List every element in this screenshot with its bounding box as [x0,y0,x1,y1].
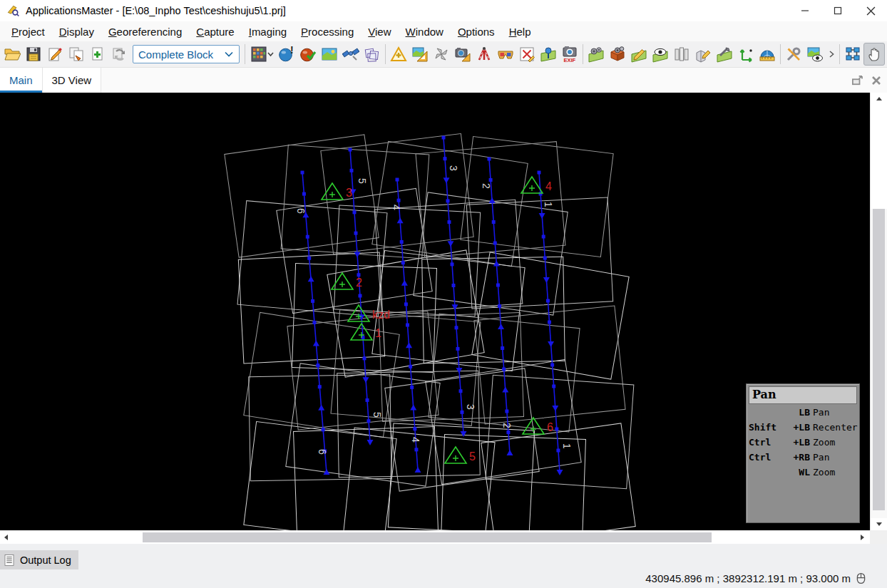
tools-map-button[interactable] [714,43,735,66]
control-point-4[interactable]: 4 [521,177,552,193]
building-pencil-button[interactable] [692,43,714,66]
menu-item-project[interactable]: Project [4,23,52,41]
gears-map-button[interactable] [585,43,607,66]
undock-view-icon[interactable] [851,76,863,86]
control-point-label: 6 [547,421,553,433]
move-axes-button[interactable] [735,43,757,66]
menu-item-view[interactable]: View [361,23,398,41]
refresh-documents-button[interactable] [108,43,130,66]
control-point-1[interactable]: 1 [351,324,381,340]
vertical-scrollbar[interactable] [870,93,887,530]
add-warning-icon [390,46,407,63]
block-grid-button[interactable] [247,43,276,66]
settings-tools-button[interactable] [783,43,804,66]
output-log-button[interactable]: Output Log [0,550,78,569]
gears-box-button[interactable] [607,43,628,66]
strip-label-top: 6 [295,208,307,214]
sphere-ok-button[interactable] [297,43,319,66]
save-project-icon [25,46,42,63]
pan-legend-modifier [749,407,777,418]
open-project-button[interactable] [1,43,23,66]
block-network-icon [844,46,861,63]
save-project-button[interactable] [23,43,44,66]
horizontal-scrollbar[interactable] [0,530,870,544]
sphere-warning-button[interactable]: ! [276,43,297,66]
camera-exif-icon: EXIF [561,46,578,63]
more-chevron[interactable] [826,43,837,66]
satellite-icon [342,46,359,63]
photo-footprint [481,423,635,530]
maximize-button[interactable] [821,0,854,21]
menu-item-imaging[interactable]: Imaging [242,23,294,41]
block-network-button[interactable] [842,43,863,66]
tab-bar: Main3D View [0,68,887,93]
close-button[interactable] [854,0,887,21]
block-selector-combobox[interactable]: Complete Block [133,45,240,63]
globe-ruler-button[interactable] [757,43,778,66]
stereo-glasses-icon [497,46,514,63]
tripod-icon [476,46,493,63]
frame-edit-button[interactable] [516,43,538,66]
menu-item-georeferencing[interactable]: Georeferencing [101,23,189,41]
menu-item-display[interactable]: Display [52,23,101,41]
scroll-right-arrow[interactable] [856,531,868,544]
close-view-icon[interactable] [871,76,881,86]
strip-label-top: 4 [391,205,402,210]
pan-hand-icon [866,46,883,63]
pushpin-map-icon [540,46,557,63]
toolbar-separator [780,44,781,64]
image-view-button[interactable] [319,43,340,66]
pan-hand-button[interactable] [863,43,885,66]
add-warning-button[interactable] [388,43,409,66]
eye-map-button[interactable] [650,43,671,66]
toolbar: Complete Block!EXIF [0,41,887,68]
pan-legend-button: WL [777,467,810,478]
control-point-5[interactable]: 5 [445,447,476,463]
stereo-glasses-button[interactable] [495,43,516,66]
status-bar: 430945.896 m ; 3892312.191 m ; 93.000 m [645,572,866,584]
scroll-left-arrow[interactable] [0,531,12,544]
menu-item-processing[interactable]: Processing [294,23,361,41]
menu-item-capture[interactable]: Capture [189,23,241,41]
pan-legend-title: Pan [749,386,857,404]
camera-measure-button[interactable] [452,43,473,66]
scroll-up-arrow[interactable] [871,93,887,105]
pencil-map-button[interactable] [628,43,650,66]
photo-footprint [372,250,525,371]
menu-item-options[interactable]: Options [451,23,502,41]
add-document-button[interactable] [87,43,108,66]
menu-item-help[interactable]: Help [502,23,538,41]
satellite-button[interactable] [340,43,362,66]
horizontal-scroll-thumb[interactable] [143,532,712,542]
image-measure-button[interactable] [409,43,431,66]
camera-exif-button[interactable]: EXIF [559,43,580,66]
mouse-icon [856,572,866,584]
strip-label-bottom: 3 [465,404,476,410]
pinwheel-button[interactable] [431,43,452,66]
edit-project-button[interactable] [44,43,66,66]
building-pencil-icon [694,46,712,63]
control-point-label: 2 [356,277,362,289]
pencil-map-icon [630,46,647,63]
block-grid-icon [250,46,267,63]
block-view-canvas[interactable]: 665544332211342kzd165 Pan LBPanShift+LBR… [0,93,870,530]
scrollbar-corner [870,530,887,544]
footprints-button[interactable] [362,43,383,66]
scroll-down-arrow[interactable] [871,518,887,530]
vertical-scroll-thumb[interactable] [873,209,885,510]
filmstrips-button[interactable] [671,43,692,66]
image-eye-button[interactable] [804,43,826,66]
menu-item-window[interactable]: Window [399,23,451,41]
tripod-button[interactable] [473,43,495,66]
strip-label-bottom: 1 [561,443,573,449]
move-axes-icon [737,46,754,63]
tab-3d-view[interactable]: 3D View [43,68,102,93]
control-point-6[interactable]: 6 [523,418,553,434]
edit-project-icon [46,46,63,63]
tab-main[interactable]: Main [0,68,43,93]
control-point-label: 1 [375,327,381,339]
minimize-button[interactable] [789,0,821,21]
copy-transform-button[interactable] [66,43,87,66]
menu-bar: ProjectDisplayGeoreferencingCaptureImagi… [0,21,887,41]
pushpin-map-button[interactable] [538,43,559,66]
